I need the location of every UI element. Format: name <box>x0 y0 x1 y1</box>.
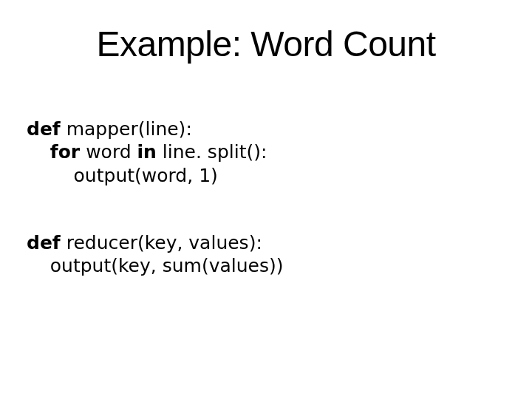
code-text: output(key, sum(values)) <box>50 255 284 276</box>
keyword-for: for <box>50 141 80 163</box>
code-text: reducer(key, values): <box>61 232 262 253</box>
code-reducer: def reducer(key, values): output(key, su… <box>27 231 510 278</box>
code-text: mapper(line): <box>61 118 192 140</box>
code-indent <box>27 141 50 163</box>
code-indent <box>27 165 74 186</box>
code-text: output(word, 1) <box>74 165 218 186</box>
spacer <box>22 187 510 231</box>
code-text: word <box>80 141 137 163</box>
keyword-def: def <box>27 232 61 253</box>
code-mapper: def mapper(line): for word in line. spli… <box>27 117 510 187</box>
slide: Example: Word Count def mapper(line): fo… <box>0 0 532 399</box>
keyword-def: def <box>27 118 61 140</box>
code-text: line. split(): <box>157 141 267 163</box>
code-indent <box>27 255 50 276</box>
slide-title: Example: Word Count <box>22 24 510 64</box>
keyword-in: in <box>137 141 157 163</box>
